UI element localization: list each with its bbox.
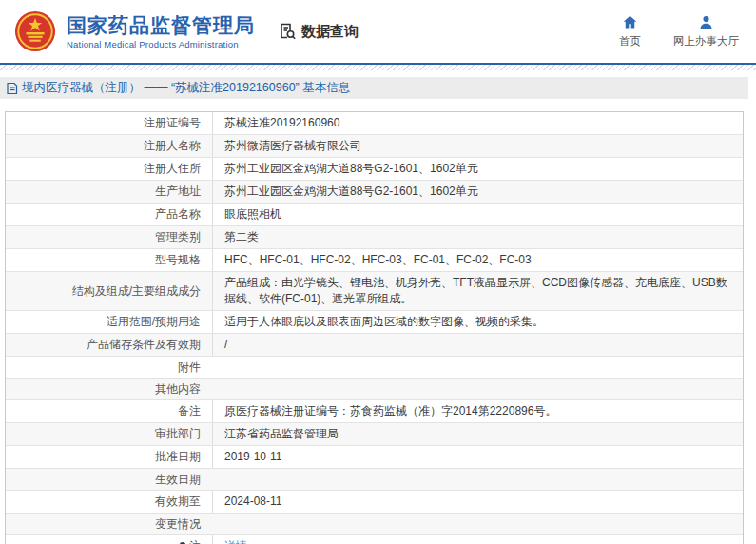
nav-home[interactable]: 首页: [619, 14, 641, 49]
table-row: 其他内容: [6, 378, 743, 399]
registration-info-table: 注册证编号苏械注准20192160960注册人名称苏州微清医疗器械有限公司注册人…: [5, 111, 744, 544]
table-row: 注册证编号苏械注准20192160960: [6, 112, 743, 134]
table-row: 批准日期2019-10-11: [6, 445, 743, 468]
table-row: 管理类别第二类: [6, 225, 743, 248]
header: 国家药品监督管理局 National Medical Products Admi…: [0, 0, 756, 63]
table-row: 产品名称眼底照相机: [6, 203, 743, 225]
row-value: 江苏省药品监督管理局: [212, 423, 743, 445]
row-label: 注册人名称: [6, 135, 212, 157]
table-row: 产品储存条件及有效期/: [6, 333, 743, 356]
row-value: 产品组成：由光学镜头、锂电池、机身外壳、TFT液晶显示屏、CCD图像传感器、充电…: [212, 272, 743, 310]
row-value: 苏州微清医疗器械有限公司: [212, 135, 743, 157]
row-label: 附件: [6, 357, 212, 378]
data-query-label: 数据查询: [301, 23, 359, 41]
row-label: 注册证编号: [6, 112, 212, 134]
table-row: 结构及组成/主要组成成分产品组成：由光学镜头、锂电池、机身外壳、TFT液晶显示屏…: [6, 271, 743, 310]
table-row: 生产地址苏州工业园区金鸡湖大道88号G2-1601、1602单元: [6, 180, 743, 203]
breadcrumb-text: 境内医疗器械（注册） —— “苏械注准20192160960” 基本信息: [22, 80, 350, 96]
row-value: [212, 379, 743, 399]
agency-logo: 国家药品监督管理局 National Medical Products Admi…: [13, 10, 255, 53]
table-row: 有效期至2024-08-11: [6, 490, 743, 513]
row-value: 苏州工业园区金鸡湖大道88号G2-1601、1602单元: [212, 158, 743, 180]
row-value: [212, 357, 743, 378]
breadcrumb: 境内医疗器械（注册） —— “苏械注准20192160960” 基本信息: [0, 77, 748, 99]
table-row: 适用范围/预期用途适用于人体眼底以及眼表面周边区域的数字图像、视频的采集。: [6, 310, 743, 333]
table-row: 变更情况: [6, 513, 743, 534]
table-row: 注册人住所苏州工业园区金鸡湖大道88号G2-1601、1602单元: [6, 157, 743, 180]
nav-home-label: 首页: [619, 34, 641, 49]
details-link[interactable]: 详情: [224, 538, 247, 544]
agency-subtitle: National Medical Products Administration: [67, 39, 255, 49]
data-query-icon: [278, 22, 297, 41]
row-label: 产品名称: [6, 204, 212, 225]
row-label: 其他内容: [6, 379, 212, 399]
data-query-tab[interactable]: 数据查询: [278, 22, 359, 41]
row-value: 苏械注准20192160960: [212, 112, 743, 134]
row-value: 2024-08-11: [212, 491, 743, 513]
row-label: 型号规格: [6, 249, 212, 271]
row-label: 注: [6, 535, 212, 544]
table-row: 生效日期: [6, 468, 743, 490]
row-value: 原医疗器械注册证编号：苏食药监械（准）字2014第2220896号。: [212, 400, 743, 422]
nav-service-hall-label: 网上办事大厅: [673, 34, 739, 49]
home-icon: [622, 14, 638, 30]
row-label: 备注: [6, 400, 212, 422]
document-icon: [6, 82, 18, 95]
row-value: /: [212, 334, 743, 356]
row-value: 第二类: [212, 226, 743, 248]
table-row: 型号规格HFC、HFC-01、HFC-02、HFC-03、FC-01、FC-02…: [6, 248, 743, 271]
table-row: 注详情: [6, 534, 743, 544]
row-label: 批准日期: [6, 446, 212, 468]
row-value: 苏州工业园区金鸡湖大道88号G2-1601、1602单元: [212, 181, 743, 203]
user-icon: [698, 14, 714, 30]
table-row: 备注原医疗器械注册证编号：苏食药监械（准）字2014第2220896号。: [6, 399, 743, 422]
row-label: 生效日期: [6, 469, 212, 490]
row-value: 眼底照相机: [212, 204, 743, 225]
table-row: 注册人名称苏州微清医疗器械有限公司: [6, 134, 743, 157]
table-row: 审批部门江苏省药品监督管理局: [6, 422, 743, 445]
table-row: 附件: [6, 356, 743, 378]
row-label: 生产地址: [6, 181, 212, 203]
header-hatch-band: [0, 65, 756, 70]
row-value: HFC、HFC-01、HFC-02、HFC-03、FC-01、FC-02、FC-…: [212, 249, 743, 271]
row-label: 审批部门: [6, 423, 212, 445]
row-value: 详情: [212, 535, 743, 544]
agency-title: 国家药品监督管理局: [67, 14, 255, 37]
national-emblem-icon: [13, 10, 57, 53]
header-nav: 首页 网上办事大厅: [587, 14, 739, 49]
row-label: 管理类别: [6, 226, 212, 248]
row-value: 2019-10-11: [212, 446, 743, 468]
row-label: 注册人住所: [6, 158, 212, 180]
row-label: 适用范围/预期用途: [6, 311, 212, 333]
row-label: 有效期至: [6, 491, 212, 513]
row-label: 产品储存条件及有效期: [6, 334, 212, 356]
row-label: 结构及组成/主要组成成分: [6, 272, 212, 310]
note-pin-icon: [178, 541, 187, 544]
row-label: 变更情况: [6, 514, 212, 534]
nav-service-hall[interactable]: 网上办事大厅: [673, 14, 739, 49]
row-value: [212, 469, 743, 490]
row-value: 适用于人体眼底以及眼表面周边区域的数字图像、视频的采集。: [212, 311, 743, 333]
row-value: [212, 514, 743, 534]
